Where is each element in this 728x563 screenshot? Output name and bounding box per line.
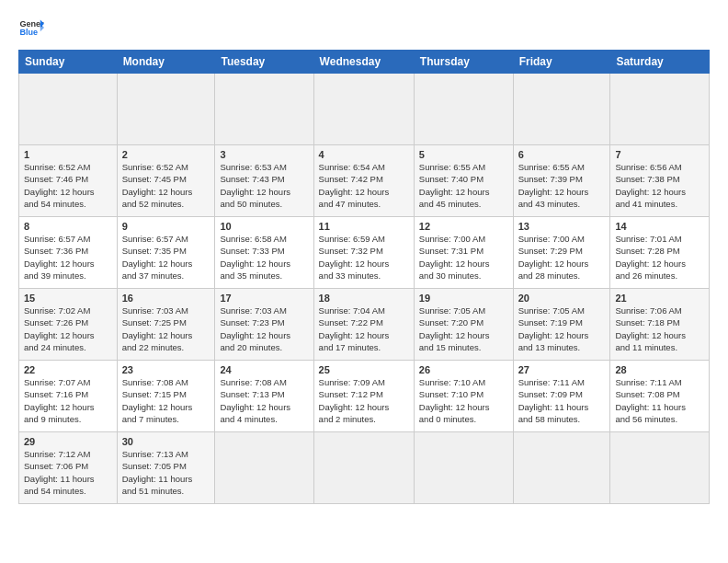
day-info: Sunrise: 7:03 AM Sunset: 7:23 PM Dayligh… [220,304,308,353]
calendar-cell: 28Sunrise: 7:11 AM Sunset: 7:08 PM Dayli… [610,361,710,432]
day-info: Sunrise: 7:05 AM Sunset: 7:20 PM Dayligh… [419,304,508,353]
calendar-cell: 16Sunrise: 7:03 AM Sunset: 7:25 PM Dayli… [117,289,215,361]
day-info: Sunrise: 7:00 AM Sunset: 7:31 PM Dayligh… [419,233,508,282]
day-number: 25 [319,364,409,375]
day-info: Sunrise: 7:13 AM Sunset: 7:05 PM Dayligh… [122,448,210,497]
calendar-cell [414,74,513,145]
calendar-cell: 15Sunrise: 7:02 AM Sunset: 7:26 PM Dayli… [19,289,118,361]
calendar-cell: 17Sunrise: 7:03 AM Sunset: 7:23 PM Dayli… [215,289,313,361]
svg-text:Blue: Blue [19,28,38,37]
day-info: Sunrise: 6:58 AM Sunset: 7:33 PM Dayligh… [220,233,308,282]
day-info: Sunrise: 7:11 AM Sunset: 7:09 PM Dayligh… [518,376,606,425]
calendar-header-row: SundayMondayTuesdayWednesdayThursdayFrid… [19,51,710,74]
calendar-cell: 2Sunrise: 6:52 AM Sunset: 7:45 PM Daylig… [117,145,215,217]
day-number: 15 [24,293,112,304]
day-number: 5 [419,149,508,160]
logo: General Blue [18,15,44,40]
col-header-saturday: Saturday [610,51,710,74]
day-info: Sunrise: 6:54 AM Sunset: 7:42 PM Dayligh… [319,161,409,210]
page-header: General Blue [18,15,710,40]
day-info: Sunrise: 7:09 AM Sunset: 7:12 PM Dayligh… [319,376,409,425]
calendar-cell: 24Sunrise: 7:08 AM Sunset: 7:13 PM Dayli… [215,361,313,432]
calendar-cell [215,432,313,504]
calendar-week-row: 22Sunrise: 7:07 AM Sunset: 7:16 PM Dayli… [19,361,710,432]
calendar-cell: 26Sunrise: 7:10 AM Sunset: 7:10 PM Dayli… [414,361,513,432]
day-number: 26 [419,364,508,375]
calendar-cell: 19Sunrise: 7:05 AM Sunset: 7:20 PM Dayli… [414,289,513,361]
calendar-cell: 9Sunrise: 6:57 AM Sunset: 7:35 PM Daylig… [117,217,215,289]
day-info: Sunrise: 6:57 AM Sunset: 7:35 PM Dayligh… [122,233,210,282]
day-info: Sunrise: 6:59 AM Sunset: 7:32 PM Dayligh… [319,233,409,282]
col-header-friday: Friday [513,51,610,74]
calendar-cell [19,74,118,145]
day-number: 14 [615,221,704,232]
calendar-cell: 25Sunrise: 7:09 AM Sunset: 7:12 PM Dayli… [313,361,414,432]
day-info: Sunrise: 7:11 AM Sunset: 7:08 PM Dayligh… [615,376,704,425]
day-number: 16 [122,293,210,304]
day-info: Sunrise: 7:01 AM Sunset: 7:28 PM Dayligh… [615,233,704,282]
day-number: 10 [220,221,308,232]
calendar-cell: 8Sunrise: 6:57 AM Sunset: 7:36 PM Daylig… [19,217,118,289]
day-number: 30 [122,436,210,447]
day-number: 13 [518,221,606,232]
day-number: 6 [518,149,606,160]
calendar-cell: 7Sunrise: 6:56 AM Sunset: 7:38 PM Daylig… [610,145,710,217]
day-info: Sunrise: 7:08 AM Sunset: 7:15 PM Dayligh… [122,376,210,425]
day-number: 28 [615,364,704,375]
col-header-tuesday: Tuesday [215,51,313,74]
day-info: Sunrise: 7:06 AM Sunset: 7:18 PM Dayligh… [615,304,704,353]
calendar-week-row: 15Sunrise: 7:02 AM Sunset: 7:26 PM Dayli… [19,289,710,361]
day-info: Sunrise: 7:04 AM Sunset: 7:22 PM Dayligh… [319,304,409,353]
calendar-cell: 6Sunrise: 6:55 AM Sunset: 7:39 PM Daylig… [513,145,610,217]
day-number: 21 [615,293,704,304]
calendar-cell: 1Sunrise: 6:52 AM Sunset: 7:46 PM Daylig… [19,145,118,217]
day-number: 2 [122,149,210,160]
day-number: 9 [122,221,210,232]
day-number: 4 [319,149,409,160]
day-info: Sunrise: 7:12 AM Sunset: 7:06 PM Dayligh… [24,448,112,497]
calendar-cell [414,432,513,504]
calendar-cell [610,432,710,504]
calendar-cell [313,432,414,504]
day-number: 24 [220,364,308,375]
col-header-monday: Monday [117,51,215,74]
calendar-week-row: 1Sunrise: 6:52 AM Sunset: 7:46 PM Daylig… [19,145,710,217]
day-number: 3 [220,149,308,160]
day-info: Sunrise: 7:08 AM Sunset: 7:13 PM Dayligh… [220,376,308,425]
day-number: 18 [319,293,409,304]
day-number: 20 [518,293,606,304]
calendar-cell [313,74,414,145]
day-number: 29 [24,436,112,447]
day-number: 8 [24,221,112,232]
day-info: Sunrise: 6:52 AM Sunset: 7:45 PM Dayligh… [122,161,210,210]
col-header-thursday: Thursday [414,51,513,74]
day-info: Sunrise: 6:53 AM Sunset: 7:43 PM Dayligh… [220,161,308,210]
calendar-cell: 11Sunrise: 6:59 AM Sunset: 7:32 PM Dayli… [313,217,414,289]
calendar-cell: 27Sunrise: 7:11 AM Sunset: 7:09 PM Dayli… [513,361,610,432]
day-info: Sunrise: 6:55 AM Sunset: 7:40 PM Dayligh… [419,161,508,210]
calendar-week-row [19,74,710,145]
calendar-cell: 21Sunrise: 7:06 AM Sunset: 7:18 PM Dayli… [610,289,710,361]
day-number: 1 [24,149,112,160]
calendar-cell: 14Sunrise: 7:01 AM Sunset: 7:28 PM Dayli… [610,217,710,289]
calendar-cell [513,432,610,504]
calendar-cell: 23Sunrise: 7:08 AM Sunset: 7:15 PM Dayli… [117,361,215,432]
calendar-cell: 12Sunrise: 7:00 AM Sunset: 7:31 PM Dayli… [414,217,513,289]
day-number: 12 [419,221,508,232]
calendar-cell [610,74,710,145]
day-info: Sunrise: 7:02 AM Sunset: 7:26 PM Dayligh… [24,304,112,353]
day-info: Sunrise: 7:10 AM Sunset: 7:10 PM Dayligh… [419,376,508,425]
calendar-cell: 10Sunrise: 6:58 AM Sunset: 7:33 PM Dayli… [215,217,313,289]
calendar-cell: 13Sunrise: 7:00 AM Sunset: 7:29 PM Dayli… [513,217,610,289]
day-number: 7 [615,149,704,160]
calendar-cell: 5Sunrise: 6:55 AM Sunset: 7:40 PM Daylig… [414,145,513,217]
day-number: 11 [319,221,409,232]
calendar-week-row: 8Sunrise: 6:57 AM Sunset: 7:36 PM Daylig… [19,217,710,289]
day-info: Sunrise: 7:05 AM Sunset: 7:19 PM Dayligh… [518,304,606,353]
calendar-table: SundayMondayTuesdayWednesdayThursdayFrid… [18,50,710,504]
day-info: Sunrise: 6:56 AM Sunset: 7:38 PM Dayligh… [615,161,704,210]
day-info: Sunrise: 6:57 AM Sunset: 7:36 PM Dayligh… [24,233,112,282]
calendar-cell: 30Sunrise: 7:13 AM Sunset: 7:05 PM Dayli… [117,432,215,504]
day-number: 19 [419,293,508,304]
calendar-cell: 3Sunrise: 6:53 AM Sunset: 7:43 PM Daylig… [215,145,313,217]
